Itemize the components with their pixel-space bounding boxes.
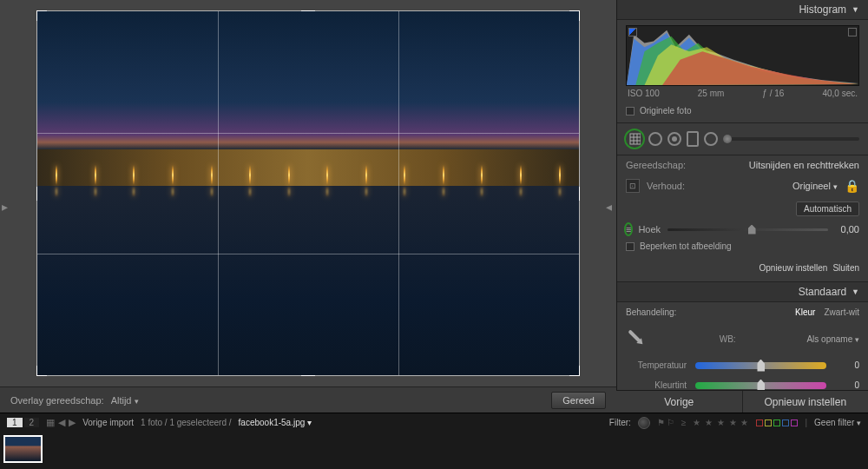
crop-frame[interactable] [36, 10, 580, 376]
wb-dropdown[interactable]: Als opname ▾ [806, 334, 859, 344]
viewer-toolbar: Overlay gereedschap: Altijd ▾ Gereed [0, 386, 616, 413]
filter-toggle-icon[interactable] [638, 417, 650, 429]
original-photo-label: Originele foto [640, 106, 691, 116]
flag-pick-icon[interactable]: ⚑ [657, 418, 665, 427]
page-2-button[interactable]: 2 [24, 418, 40, 427]
crop-handle-ml[interactable] [36, 187, 42, 201]
flag-reject-icon[interactable]: ⚐ [667, 418, 674, 427]
histogram-title: Histogram [799, 3, 846, 16]
crop-handle-tr[interactable] [569, 10, 580, 21]
thumbnail-1[interactable] [3, 435, 43, 463]
histogram-aperture: ƒ / 16 [762, 89, 784, 98]
brush-size-slider[interactable] [723, 137, 859, 141]
angle-slider[interactable] [667, 228, 828, 231]
temperature-slider[interactable] [695, 362, 826, 369]
crop-handle-br[interactable] [569, 366, 580, 376]
original-photo-checkbox[interactable] [626, 107, 635, 116]
angle-value[interactable]: 0,00 [835, 224, 859, 234]
filmstrip[interactable] [0, 432, 868, 469]
filename-label: facebook1-5a.jpg ▾ [239, 418, 312, 427]
previous-button[interactable]: Vorige [616, 391, 743, 413]
aspect-dropdown[interactable]: Origineel ▾ [792, 181, 838, 191]
grid-view-icon[interactable]: ▦ [46, 417, 55, 428]
eyedropper-icon[interactable] [621, 323, 654, 355]
right-panel: Histogram▼ ISO 100 25 mm ƒ / 16 40,0 sec… [616, 0, 868, 413]
treatment-label: Behandeling: [626, 307, 676, 317]
svg-rect-0 [630, 134, 641, 144]
crop-tool-icon[interactable] [626, 130, 643, 148]
tool-label: Gereedschap: [626, 160, 686, 170]
image-canvas[interactable] [0, 0, 616, 386]
collapse-icon: ▼ [852, 287, 859, 296]
overlay-tool-label: Overlay gereedschap: [10, 395, 104, 406]
angle-label: Hoek [638, 224, 661, 234]
tint-label: Kleurtint [626, 380, 687, 390]
graduated-filter-tool-icon[interactable] [687, 131, 699, 147]
page-1-button[interactable]: 1 [7, 418, 23, 427]
histogram-panel: ISO 100 25 mm ƒ / 16 40,0 sec. [617, 20, 868, 102]
basic-title: Standaard [799, 286, 846, 298]
histogram-graph[interactable] [626, 25, 859, 86]
temperature-value[interactable]: 0 [835, 360, 859, 370]
lock-icon[interactable]: 🔒 [845, 179, 859, 193]
filter-label: Filter: [609, 418, 631, 427]
redeye-tool-icon[interactable] [667, 132, 681, 146]
rating-filter[interactable]: ★ ★ ★ ★ ★ [693, 418, 749, 427]
crop-handle-bl[interactable] [36, 366, 47, 376]
nofilter-dropdown[interactable]: Geen filter ▾ [814, 418, 861, 427]
aspect-label: Verhoud: [647, 181, 685, 191]
crop-handle-tm[interactable] [301, 10, 315, 16]
crop-close-button[interactable]: Sluiten [832, 263, 859, 273]
treatment-bw-button[interactable]: Zwart-wit [824, 307, 859, 317]
nav-forward-icon[interactable]: ▶ [69, 417, 76, 428]
right-panel-toggle[interactable]: ◂ [606, 196, 615, 217]
constrain-checkbox[interactable] [626, 242, 635, 251]
overlay-tool-dropdown[interactable]: Altijd ▾ [111, 395, 139, 406]
basic-header[interactable]: Standaard▼ [617, 282, 868, 302]
highlight-clipping-icon[interactable] [848, 28, 857, 36]
tint-value[interactable]: 0 [835, 380, 859, 390]
auto-straighten-button[interactable]: Automatisch [796, 201, 859, 216]
aspect-icon[interactable]: ⊡ [626, 179, 640, 193]
constrain-label: Beperken tot afbeelding [640, 241, 732, 251]
angle-tool-icon[interactable]: ≡ [626, 224, 631, 234]
crop-handle-mr[interactable] [575, 187, 580, 201]
crop-handle-bm[interactable] [301, 371, 315, 376]
source-label[interactable]: Vorige import [82, 418, 134, 427]
histogram-shutter: 40,0 sec. [822, 89, 858, 98]
treatment-color-button[interactable]: Kleur [795, 307, 815, 317]
histogram-iso: ISO 100 [628, 89, 660, 98]
done-button[interactable]: Gereed [551, 392, 606, 409]
crop-reset-button[interactable]: Opnieuw instellen [759, 263, 827, 273]
tool-value: Uitsnijden en rechttrekken [749, 160, 859, 170]
nav-back-icon[interactable]: ◀ [58, 417, 65, 428]
photo-preview [37, 11, 579, 375]
tool-strip [617, 123, 868, 155]
reset-all-button[interactable]: Opnieuw instellen [743, 391, 869, 413]
crop-handle-tl[interactable] [36, 10, 47, 21]
histogram-focal: 25 mm [698, 89, 725, 98]
wb-label: WB: [657, 334, 798, 344]
radial-filter-tool-icon[interactable] [704, 132, 718, 146]
spot-removal-tool-icon[interactable] [648, 132, 662, 146]
collapse-icon: ▼ [852, 5, 859, 14]
shadow-clipping-icon[interactable] [628, 28, 637, 36]
filmstrip-header: 1 2 ▦ ◀ ▶ Vorige import 1 foto / 1 gesel… [0, 413, 868, 432]
tint-slider[interactable] [695, 382, 826, 389]
color-label-filter[interactable] [756, 419, 798, 426]
count-label: 1 foto / 1 geselecteerd / [141, 418, 232, 427]
histogram-header[interactable]: Histogram▼ [617, 0, 868, 20]
temperature-label: Temperatuur [626, 360, 687, 370]
